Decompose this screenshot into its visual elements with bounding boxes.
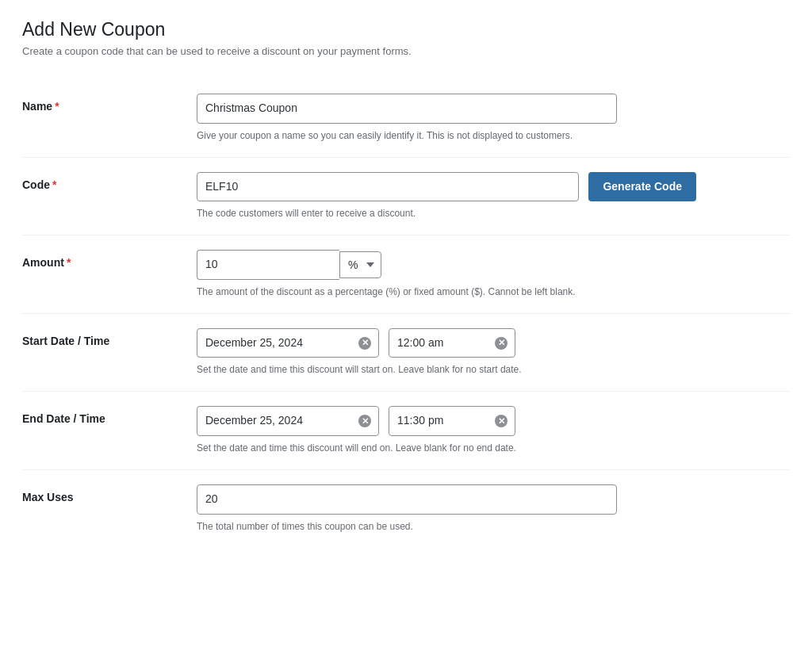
amount-input[interactable] — [197, 250, 339, 280]
code-row: Code* Generate Code The code customers w… — [22, 157, 790, 235]
amount-inputs-wrapper: % $ — [197, 250, 790, 280]
end-datetime-description: Set the date and time this discount will… — [197, 441, 790, 455]
amount-label-col: Amount* — [22, 250, 197, 269]
end-datetime-inputs-wrapper: ✕ ✕ — [197, 406, 790, 436]
max-uses-description: The total number of times this coupon ca… — [197, 519, 790, 534]
start-date-input[interactable] — [197, 328, 379, 358]
start-date-wrapper: ✕ — [197, 328, 379, 358]
code-field-col: Generate Code The code customers will en… — [197, 172, 790, 221]
end-datetime-field-col: ✕ ✕ Set the date and time this discount … — [197, 406, 790, 455]
amount-row: Amount* % $ The amount of the discount a… — [22, 235, 790, 313]
amount-label: Amount* — [22, 256, 71, 269]
coupon-form: Name* Give your coupon a name so you can… — [22, 79, 790, 548]
name-row: Name* Give your coupon a name so you can… — [22, 79, 790, 157]
end-date-wrapper: ✕ — [197, 406, 379, 436]
start-datetime-inputs-wrapper: ✕ ✕ — [197, 328, 790, 358]
max-uses-row: Max Uses The total number of times this … — [22, 469, 790, 548]
end-date-input[interactable] — [197, 406, 379, 436]
page-subtitle: Create a coupon code that can be used to… — [22, 45, 790, 57]
amount-field-col: % $ The amount of the discount as a perc… — [197, 250, 790, 299]
max-uses-label: Max Uses — [22, 491, 74, 503]
start-time-clear-button[interactable]: ✕ — [493, 335, 509, 351]
code-required-star: * — [52, 178, 56, 191]
max-uses-label-col: Max Uses — [22, 484, 197, 503]
start-datetime-field-col: ✕ ✕ Set the date and time this discount … — [197, 328, 790, 377]
name-required-star: * — [55, 100, 59, 113]
end-datetime-label: End Date / Time — [22, 412, 105, 425]
start-datetime-row: Start Date / Time ✕ ✕ — [22, 313, 790, 392]
start-time-wrapper: ✕ — [389, 328, 515, 358]
name-description: Give your coupon a name so you can easil… — [197, 128, 790, 143]
name-label: Name* — [22, 100, 59, 113]
start-datetime-label-col: Start Date / Time — [22, 328, 197, 347]
code-description: The code customers will enter to receive… — [197, 206, 790, 220]
name-input[interactable] — [197, 94, 617, 124]
amount-description: The amount of the discount as a percenta… — [197, 285, 790, 299]
end-datetime-row: End Date / Time ✕ ✕ — [22, 391, 790, 469]
end-date-clear-button[interactable]: ✕ — [357, 413, 373, 429]
code-inputs-wrapper: Generate Code — [197, 172, 696, 202]
end-time-clear-button[interactable]: ✕ — [493, 413, 509, 429]
end-time-clear-icon: ✕ — [495, 415, 508, 427]
name-label-col: Name* — [22, 94, 197, 113]
start-datetime-label: Start Date / Time — [22, 335, 109, 347]
max-uses-field-col: The total number of times this coupon ca… — [197, 484, 790, 534]
start-datetime-description: Set the date and time this discount will… — [197, 362, 790, 377]
end-date-clear-icon: ✕ — [358, 415, 371, 427]
generate-code-button[interactable]: Generate Code — [588, 172, 696, 202]
amount-unit-select[interactable]: % $ — [339, 251, 381, 278]
max-uses-input[interactable] — [197, 484, 617, 515]
code-input[interactable] — [197, 172, 579, 202]
page-container: Add New Coupon Create a coupon code that… — [0, 0, 812, 666]
start-date-clear-icon: ✕ — [358, 337, 371, 350]
start-date-clear-button[interactable]: ✕ — [357, 335, 373, 351]
code-label: Code* — [22, 178, 56, 191]
page-title: Add New Coupon — [22, 19, 790, 40]
start-time-clear-icon: ✕ — [495, 337, 508, 350]
end-datetime-label-col: End Date / Time — [22, 406, 197, 425]
end-time-wrapper: ✕ — [389, 406, 515, 436]
code-label-col: Code* — [22, 172, 197, 191]
amount-required-star: * — [67, 256, 71, 269]
name-field-col: Give your coupon a name so you can easil… — [197, 94, 790, 143]
